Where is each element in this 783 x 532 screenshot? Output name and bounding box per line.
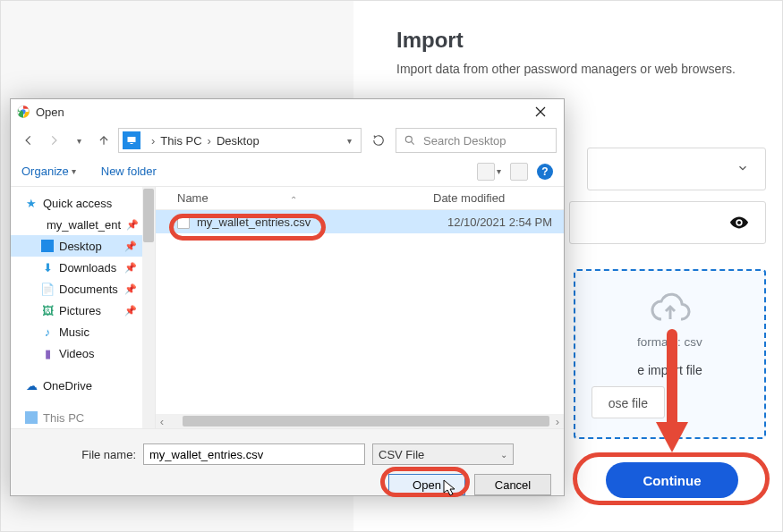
tree-item-label: Downloads [59, 261, 116, 274]
nav-forward-button[interactable] [43, 130, 64, 151]
tree-item[interactable]: 🖼Pictures📌 [11, 300, 155, 321]
tree-item-label: OneDrive [43, 379, 92, 393]
chevron-down-icon: ⌄ [500, 450, 507, 460]
nav-up-button[interactable] [93, 130, 115, 151]
tree-item-label: Music [59, 325, 89, 339]
preview-pane-button[interactable] [510, 163, 528, 181]
file-open-dialog: Open ▾ › This PC › Desktop ▾ Search Desk… [10, 98, 565, 496]
tree-onedrive[interactable]: ☁OneDrive [11, 375, 155, 396]
close-icon [535, 106, 546, 117]
vault-select[interactable] [587, 148, 766, 190]
breadcrumb[interactable]: › This PC › Desktop ▾ [118, 128, 362, 153]
pictures-icon: 🖼 [41, 304, 54, 317]
tree-item[interactable]: ♪Music [11, 321, 155, 342]
page-subtitle: Import data from other password managers… [396, 62, 755, 76]
help-icon: ? [541, 165, 548, 178]
filename-label: File name: [20, 448, 136, 461]
arrow-left-icon [22, 134, 35, 147]
pin-icon: 📌 [124, 241, 137, 252]
scroll-thumb[interactable] [183, 416, 549, 426]
tree-item-label: my_wallet_ent [47, 218, 121, 232]
column-header-name[interactable]: Name [177, 191, 433, 205]
svg-line-8 [411, 141, 413, 144]
tree-item[interactable]: 📄Documents📌 [11, 278, 155, 300]
tree-this-pc[interactable]: This PC [11, 407, 155, 428]
column-header-date[interactable]: Date modified [433, 191, 564, 205]
file-type-label: CSV File [379, 448, 424, 461]
chevron-right-icon: › [151, 134, 155, 148]
file-icon [177, 215, 190, 229]
desktop-icon [41, 240, 54, 252]
open-button[interactable]: Open [388, 474, 465, 495]
chevron-down-icon [736, 162, 749, 177]
star-icon: ★ [25, 197, 38, 209]
dialog-body: ★ Quick access my_wallet_ent📌 Desktop📌 ⬇… [11, 187, 564, 429]
refresh-button[interactable] [365, 134, 392, 147]
nav-back-button[interactable] [18, 130, 39, 151]
chevron-down-icon: ▾ [77, 136, 81, 146]
sort-indicator-icon: ⌃ [290, 195, 297, 205]
breadcrumb-root[interactable]: This PC [160, 134, 201, 148]
continue-button[interactable]: Continue [606, 462, 738, 498]
file-list-header[interactable]: Name Date modified [156, 187, 564, 210]
video-icon: ▮ [41, 347, 54, 359]
search-input[interactable]: Search Desktop [396, 128, 557, 153]
svg-rect-5 [128, 137, 136, 142]
dialog-footer: File name: CSV File ⌄ Open Cancel [11, 429, 564, 495]
master-password-field[interactable] [569, 201, 766, 244]
cloud-upload-icon [649, 291, 692, 326]
folder-tree: ★ Quick access my_wallet_ent📌 Desktop📌 ⬇… [11, 187, 156, 428]
nav-recent-button[interactable]: ▾ [68, 130, 89, 151]
monitor-icon [25, 411, 38, 424]
monitor-icon [123, 131, 140, 149]
tree-item-desktop[interactable]: Desktop📌 [11, 235, 155, 257]
dropzone-import-file-text: e import file [588, 363, 752, 377]
file-dropzone[interactable]: formats: csv e import file ose file [574, 269, 766, 439]
chevron-right-icon: › [208, 134, 211, 148]
dialog-titlebar: Open [11, 99, 564, 124]
tree-item-label: Documents [59, 283, 118, 296]
file-name: my_wallet_entries.csv [197, 215, 447, 229]
dropzone-formats-text: formats: csv [588, 335, 752, 349]
tree-scrollbar[interactable] [142, 187, 155, 428]
tree-item-label: Desktop [59, 240, 102, 253]
choose-file-button[interactable]: ose file [592, 386, 665, 418]
breadcrumb-dropdown[interactable]: ▾ [337, 136, 361, 146]
cancel-button[interactable]: Cancel [474, 474, 551, 495]
new-folder-button[interactable]: New folder [101, 165, 157, 178]
close-button[interactable] [523, 100, 558, 123]
tree-quick-access[interactable]: ★ Quick access [11, 192, 155, 214]
file-row[interactable]: my_wallet_entries.csv 12/10/2021 2:54 PM [156, 210, 564, 233]
horizontal-scrollbar[interactable]: ‹ › [156, 414, 564, 428]
file-list: Name Date modified ⌃ my_wallet_entries.c… [156, 187, 564, 428]
svg-point-7 [405, 136, 412, 142]
search-icon [404, 134, 416, 147]
pin-icon: 📌 [124, 305, 137, 317]
page-title: Import [396, 28, 755, 53]
file-type-filter[interactable]: CSV File ⌄ [372, 443, 514, 465]
pin-icon: 📌 [124, 283, 137, 295]
chevron-down-icon: ▾ [497, 166, 501, 176]
document-icon: 📄 [41, 283, 54, 295]
tree-item[interactable]: ⬇Downloads📌 [11, 257, 155, 278]
download-icon: ⬇ [41, 261, 54, 274]
dialog-title: Open [36, 106, 64, 119]
chrome-icon [16, 105, 30, 119]
eye-icon[interactable] [729, 213, 749, 232]
filename-input[interactable] [143, 443, 365, 465]
scroll-right-icon: › [551, 415, 564, 428]
tree-item[interactable]: ▮Videos [11, 342, 155, 364]
scroll-left-icon: ‹ [156, 415, 168, 428]
search-placeholder: Search Desktop [423, 134, 506, 148]
svg-rect-6 [131, 143, 133, 144]
pin-icon: 📌 [124, 262, 137, 274]
view-mode-button[interactable]: ▾ [477, 163, 501, 181]
breadcrumb-leaf[interactable]: Desktop [217, 134, 260, 148]
help-button[interactable]: ? [537, 164, 553, 180]
list-view-icon [477, 163, 495, 181]
pin-icon: 📌 [126, 219, 139, 231]
tree-item[interactable]: my_wallet_ent📌 [11, 214, 155, 235]
organize-menu[interactable]: Organize▾ [21, 165, 76, 178]
refresh-icon [372, 134, 385, 147]
tree-item-label: Videos [59, 347, 95, 360]
